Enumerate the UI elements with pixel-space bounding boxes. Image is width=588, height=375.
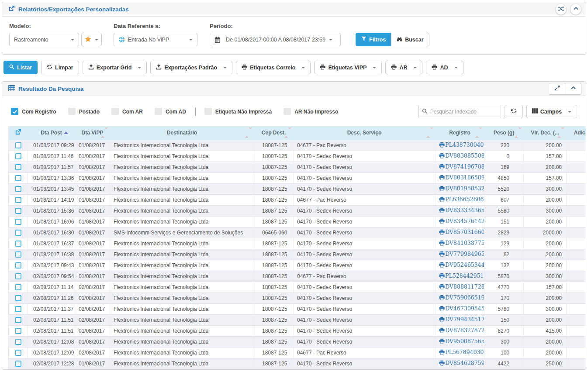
- registro-link[interactable]: DV952465344BR: [445, 261, 484, 268]
- registro-link[interactable]: DV779984965BR: [445, 251, 484, 257]
- exportar-grid-button[interactable]: Exportar Grid: [83, 61, 147, 74]
- export-rows-icon[interactable]: [15, 131, 21, 137]
- registro-link[interactable]: DV878327872BR: [445, 327, 484, 334]
- registro-link[interactable]: DV833334365BR: [445, 207, 484, 213]
- columns-icon: [532, 108, 538, 115]
- checkbox-icon[interactable]: [284, 108, 291, 115]
- column-header-dta_post[interactable]: Dta Post: [28, 126, 75, 140]
- cell-dta_vipp: 01/08/2017: [75, 336, 110, 347]
- registro-link[interactable]: DV803186589BR: [445, 174, 484, 181]
- column-header-peso[interactable]: Peso (g): [484, 126, 524, 140]
- favorites-button[interactable]: [81, 33, 102, 46]
- column-header-select[interactable]: [9, 126, 28, 140]
- row-checkbox[interactable]: [15, 142, 21, 148]
- row-checkbox[interactable]: [15, 186, 21, 192]
- data-referente-select[interactable]: Entrada No ViPP: [114, 33, 197, 46]
- filter-com-ar[interactable]: Com AR: [111, 108, 143, 115]
- ar-button[interactable]: AR: [385, 61, 422, 74]
- row-checkbox[interactable]: [15, 153, 21, 159]
- filter-etiqueta-nao-impressa[interactable]: Etiqueta Não Impressa: [204, 108, 272, 115]
- checkbox-icon[interactable]: [68, 108, 76, 115]
- registro-link[interactable]: PL438730040BR: [445, 141, 484, 148]
- checkbox-icon[interactable]: [204, 108, 212, 115]
- etiquetas-correio-button[interactable]: Etiquetas Correio: [236, 61, 311, 74]
- column-header-desc_servico[interactable]: Desc. Serviço: [294, 126, 436, 140]
- registro-link[interactable]: DV759066519BR: [445, 294, 484, 301]
- exportacoes-padrao-button[interactable]: Exportações Padrão: [150, 61, 232, 74]
- search-input[interactable]: [430, 109, 497, 115]
- filter-postado[interactable]: Postado: [68, 108, 100, 115]
- cell-dta_vipp: 01/08/2017: [75, 238, 110, 249]
- registro-link[interactable]: DV799434517BR: [445, 316, 484, 323]
- cell-vlr: 200.00: [524, 216, 567, 227]
- table-row: 02/08/2017 11:5101/08/2017Flextronics In…: [9, 325, 586, 336]
- cell-registro: DV467309545BR: [436, 303, 484, 314]
- registro-link[interactable]: DV857031660BR: [445, 229, 484, 235]
- column-header-destinatario[interactable]: Destinatário: [110, 126, 254, 140]
- row-checkbox[interactable]: [15, 306, 21, 312]
- row-checkbox[interactable]: [15, 175, 21, 181]
- shuffle-button[interactable]: [555, 3, 567, 15]
- registro-link[interactable]: DV841038775BR: [445, 240, 484, 246]
- collapse-panel-button[interactable]: [570, 3, 581, 15]
- row-checkbox[interactable]: [15, 339, 21, 345]
- row-checkbox[interactable]: [15, 317, 21, 323]
- registro-link[interactable]: DV854628759BR: [445, 360, 484, 366]
- registro-link[interactable]: DV801958532BR: [445, 185, 484, 192]
- refresh-grid-button[interactable]: [505, 105, 523, 118]
- cell-peso: 0: [484, 151, 524, 162]
- row-checkbox[interactable]: [15, 219, 21, 225]
- ad-button[interactable]: AD: [426, 61, 463, 74]
- row-checkbox[interactable]: [15, 251, 21, 258]
- column-header-registro[interactable]: Registro: [436, 126, 484, 140]
- modelo-field: Modelo: Rastreamento: [9, 23, 102, 46]
- row-checkbox[interactable]: [15, 230, 21, 236]
- collapse-results-button[interactable]: [565, 83, 581, 95]
- etiquetas-vipp-button[interactable]: Etiquetas ViPP: [314, 61, 382, 74]
- checkbox-icon[interactable]: [11, 108, 18, 115]
- filtros-button[interactable]: Filtros: [356, 33, 391, 46]
- registro-link[interactable]: PL636652606BR: [445, 196, 484, 203]
- cell-registro: PL528442951BR: [436, 271, 484, 282]
- column-label: Dta Post: [41, 130, 62, 136]
- row-checkbox[interactable]: [15, 197, 21, 203]
- buscar-button[interactable]: Buscar: [391, 33, 429, 46]
- cell-dta_post: 01/08/2017 16:37: [28, 238, 75, 249]
- row-checkbox[interactable]: [15, 361, 21, 367]
- column-header-dta_vipp[interactable]: Dta ViPP: [75, 126, 110, 140]
- row-checkbox[interactable]: [15, 350, 21, 356]
- expand-results-button[interactable]: [549, 83, 565, 95]
- filter-com-ad[interactable]: Com AD: [155, 108, 186, 115]
- row-checkbox[interactable]: [15, 164, 21, 170]
- registro-link[interactable]: DV467309545BR: [445, 305, 484, 312]
- row-checkbox[interactable]: [15, 284, 21, 290]
- registro-link[interactable]: DV950087565BR: [445, 338, 484, 344]
- modelo-select[interactable]: Rastreamento: [9, 33, 79, 46]
- row-checkbox[interactable]: [15, 273, 21, 279]
- row-checkbox[interactable]: [15, 295, 21, 301]
- registro-link[interactable]: PL528442951BR: [445, 272, 484, 279]
- registro-link[interactable]: DV874196788BR: [445, 163, 484, 170]
- column-header-cep[interactable]: Cep Dest.: [254, 126, 294, 140]
- column-header-adic[interactable]: Adic: [567, 126, 586, 140]
- listar-button[interactable]: Listar: [3, 61, 38, 74]
- registro-link[interactable]: DV883885508BR: [445, 152, 484, 159]
- filter-ar-nao-impresso[interactable]: AR Não Impresso: [284, 108, 338, 115]
- row-checkbox[interactable]: [15, 262, 21, 268]
- cell-select: [9, 194, 28, 205]
- checkbox-icon[interactable]: [111, 108, 119, 115]
- checkbox-icon[interactable]: [155, 108, 162, 115]
- table-row: 02/08/2017 12:2801/08/2017Flextronics In…: [9, 358, 586, 369]
- periodo-daterange-input[interactable]: De 01/08/2017 00:00 A 08/08/2017 23:59: [210, 33, 341, 46]
- limpar-button[interactable]: Limpar: [41, 61, 79, 74]
- filter-com-registro[interactable]: Com Registro: [11, 108, 56, 115]
- registro-link[interactable]: PL567894030BR: [445, 349, 484, 355]
- registro-link[interactable]: DV888811728BR: [445, 283, 484, 290]
- row-checkbox[interactable]: [15, 328, 21, 334]
- row-checkbox[interactable]: [15, 208, 21, 214]
- cell-destinatario: Flextronics Internacional Tecnologia Ltd…: [110, 162, 254, 172]
- registro-link[interactable]: DV834576142BR: [445, 218, 484, 224]
- column-header-vlr[interactable]: Vlr. Dec. (...: [524, 126, 567, 140]
- row-checkbox[interactable]: [15, 241, 21, 247]
- campos-button[interactable]: Campos: [526, 105, 577, 118]
